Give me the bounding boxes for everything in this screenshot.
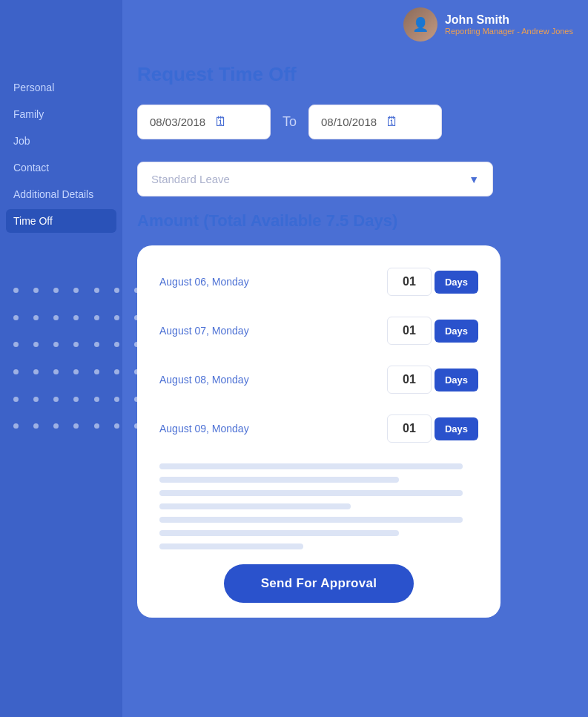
days-button[interactable]: Days: [435, 369, 478, 391]
day-value-input[interactable]: 01: [387, 414, 432, 443]
leave-type-wrapper: Standard Leave ▼: [137, 162, 566, 196]
sidebar-item-additional-details[interactable]: Additional Details: [0, 181, 122, 208]
date-range-row: 08/03/2018 🗓 To 08/10/2018 🗓: [137, 105, 566, 139]
day-value-input[interactable]: 01: [387, 317, 432, 345]
sidebar-item-contact[interactable]: Contact: [0, 154, 122, 181]
time-off-card: August 06, Monday 01 Days August 07, Mon…: [137, 245, 501, 618]
day-row: August 08, Monday 01 Days: [159, 366, 478, 394]
send-for-approval-button[interactable]: Send For Approval: [224, 564, 414, 603]
sidebar-item-time-off[interactable]: Time Off: [6, 209, 116, 233]
chevron-down-icon: ▼: [469, 174, 479, 185]
amount-title: Amount (Total Available 7.5 Days): [137, 211, 566, 231]
skeleton-line: [159, 503, 351, 509]
day-date-label: August 07, Monday: [159, 325, 387, 337]
day-date-label: August 06, Monday: [159, 276, 387, 288]
calendar-to-icon[interactable]: 🗓: [386, 114, 399, 130]
day-row: August 06, Monday 01 Days: [159, 268, 478, 296]
day-row: August 07, Monday 01 Days: [159, 317, 478, 345]
to-label: To: [283, 114, 297, 130]
date-to-value: 08/10/2018: [321, 116, 377, 128]
days-button[interactable]: Days: [435, 417, 478, 440]
main-content: Request Time Off 08/03/2018 🗓 To 08/10/2…: [122, 0, 588, 717]
skeleton-line: [159, 490, 463, 496]
skeleton-line: [159, 530, 399, 536]
sidebar-item-family[interactable]: Family: [0, 101, 122, 128]
sidebar-item-job[interactable]: Job: [0, 128, 122, 154]
skeleton-line: [159, 463, 463, 469]
date-from-value: 08/03/2018: [150, 116, 205, 128]
date-from-input[interactable]: 08/03/2018 🗓: [137, 105, 271, 139]
day-date-label: August 09, Monday: [159, 423, 387, 435]
days-button[interactable]: Days: [435, 320, 478, 343]
day-value-input[interactable]: 01: [387, 366, 432, 394]
days-button[interactable]: Days: [435, 271, 478, 294]
date-to-input[interactable]: 08/10/2018 🗓: [308, 105, 442, 139]
day-row: August 09, Monday 01 Days: [159, 414, 478, 443]
sidebar-item-personal[interactable]: Personal: [0, 74, 122, 101]
leave-type-value: Standard Leave: [151, 173, 230, 185]
day-rows-container: August 06, Monday 01 Days August 07, Mon…: [159, 268, 478, 443]
page-title: Request Time Off: [137, 63, 566, 86]
skeleton-section: [159, 463, 478, 549]
skeleton-line: [159, 477, 399, 483]
leave-type-dropdown[interactable]: Standard Leave ▼: [137, 162, 493, 196]
skeleton-line: [159, 543, 303, 549]
skeleton-line: [159, 517, 463, 523]
calendar-from-icon[interactable]: 🗓: [214, 114, 228, 130]
day-value-input[interactable]: 01: [387, 268, 432, 296]
day-date-label: August 08, Monday: [159, 374, 387, 386]
